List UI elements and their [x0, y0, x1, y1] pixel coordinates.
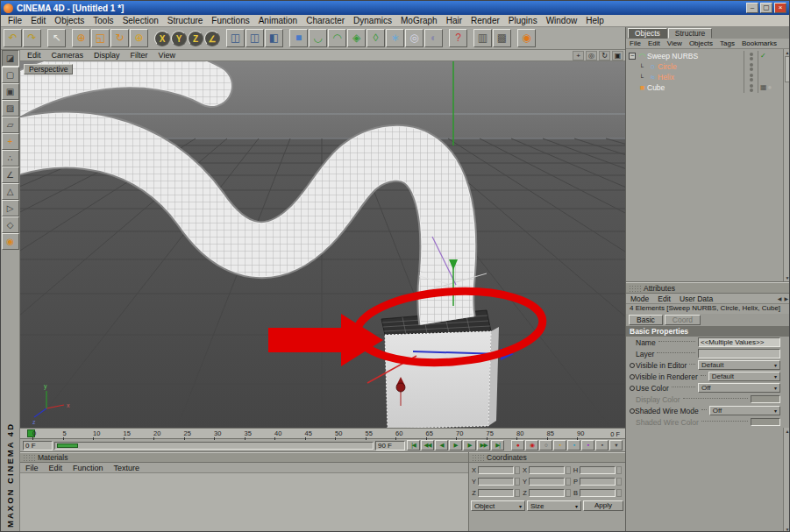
viewport-menu-display[interactable]: Display [89, 51, 125, 60]
viewport-menu-view[interactable]: View [153, 51, 181, 60]
texture-axis-mode-icon[interactable]: ▣ [2, 83, 19, 100]
add-modeling-object-icon[interactable]: ◈ [347, 29, 366, 47]
scroll-down-icon[interactable]: ▼ [786, 526, 790, 532]
scrollbar-thumb[interactable] [785, 56, 790, 82]
materials-menu-file[interactable]: File [20, 464, 44, 472]
attributes-scrollbar[interactable]: ▲ ▼ [783, 428, 790, 532]
end-frame-field[interactable]: 90 F [375, 441, 405, 450]
scroll-up-icon[interactable]: ▲ [786, 428, 790, 435]
rotate-view-icon[interactable]: ↻ [599, 51, 610, 60]
redo-icon[interactable]: ↷ [23, 29, 41, 47]
next-key-button[interactable]: ▶▶ [477, 440, 490, 450]
stepper-icon[interactable] [515, 478, 520, 486]
start-frame-field[interactable]: 0 F [23, 441, 53, 450]
menu-mograph[interactable]: MoGraph [396, 16, 442, 25]
add-primitive-icon[interactable]: ■ [289, 29, 308, 47]
history-back-icon[interactable]: ◀ [778, 295, 782, 301]
menu-help[interactable]: Help [581, 16, 609, 25]
tab-structure[interactable]: Structure [668, 28, 713, 39]
stepper-icon[interactable] [515, 466, 520, 474]
object-menu-edit[interactable]: Edit [644, 39, 664, 47]
add-camera-light-icon[interactable]: ◐ [424, 29, 443, 47]
menu-selection[interactable]: Selection [118, 16, 163, 25]
selection-filter-icon[interactable]: ▥ [473, 29, 492, 47]
playback-options-button[interactable]: ▾ [609, 440, 623, 450]
stepper-icon[interactable] [616, 489, 622, 497]
render-settings-icon[interactable]: ◧ [265, 29, 283, 47]
coordinates-title-bar[interactable]: Coordinates [469, 452, 625, 463]
coord-field-position-x[interactable] [478, 466, 514, 474]
coord-field-size-x[interactable] [529, 466, 565, 474]
texture-tag-icon[interactable]: ▦ [760, 83, 767, 92]
viewport-canvas[interactable]: x y z [20, 61, 625, 428]
materials-title-bar[interactable]: Materials [20, 452, 468, 463]
object-menu-tags[interactable]: Tags [716, 39, 738, 47]
coord-field-size-z[interactable] [529, 489, 565, 497]
stepper-icon[interactable] [566, 489, 571, 497]
title-bar[interactable]: CINEMA 4D - [Untitled 1 *] –▢× [1, 1, 789, 15]
live-selection-icon[interactable]: ↖ [47, 29, 66, 47]
menu-window[interactable]: Window [542, 16, 582, 25]
goto-end-button[interactable]: ▶| [491, 440, 504, 450]
expander-icon[interactable]: − [629, 53, 636, 60]
enabled-check-icon[interactable]: ✓ [760, 52, 766, 60]
stepper-icon[interactable] [515, 489, 520, 497]
stepper-icon[interactable] [566, 466, 571, 474]
autokeying-button[interactable]: ◉ [525, 440, 538, 450]
attr-menu-user-data[interactable]: User Data [675, 294, 717, 303]
record-keyframe-button[interactable]: ● [511, 440, 524, 450]
goto-start-button[interactable]: |◀ [407, 440, 420, 450]
menu-structure[interactable]: Structure [163, 16, 208, 25]
next-frame-button[interactable]: ▶ [463, 440, 476, 450]
object-menu-view[interactable]: View [664, 39, 686, 47]
object-axis-mode-icon[interactable]: + [2, 133, 19, 150]
attr-layer-box[interactable] [698, 349, 780, 358]
record-position-button[interactable]: ▪ [553, 440, 566, 450]
render-visibility-dot[interactable] [750, 67, 753, 71]
scroll-down-icon[interactable]: ▼ [786, 274, 790, 281]
menu-hair[interactable]: Hair [442, 16, 466, 25]
apply-button[interactable]: Apply [583, 500, 623, 511]
keyframe-selection-button[interactable]: ○ [539, 440, 552, 450]
viewport-menu-filter[interactable]: Filter [125, 51, 153, 60]
scale-tool-icon[interactable]: ◱ [91, 29, 110, 47]
edges-mode-icon[interactable]: ∠ [2, 167, 19, 183]
object-tree[interactable]: −◠Sweep NURBS✓└○Circle└≈Helix■Cube▦● ▲ ▼ [626, 49, 790, 282]
move-tool-icon[interactable]: ⊕ [72, 29, 90, 47]
timeline-ruler[interactable]: 0 F 051015202530354045505560657075808590 [20, 428, 625, 439]
workplane-mode-icon[interactable]: ▱ [2, 117, 19, 133]
viewport-menu-edit[interactable]: Edit [22, 51, 46, 60]
attr-menu-mode[interactable]: Mode [626, 294, 653, 303]
animation-mode-icon[interactable]: ▷ [2, 200, 19, 216]
coordinate-size-dropdown[interactable]: Size▾ [527, 500, 581, 511]
add-scene-object-icon[interactable]: ◎ [405, 29, 423, 47]
minimize-button-icon[interactable]: – [746, 3, 758, 13]
lock-x-axis-icon[interactable]: X [154, 31, 170, 46]
menu-character[interactable]: Character [302, 16, 349, 25]
viewport-solo-mode-icon[interactable]: ◇ [2, 216, 19, 233]
render-active-objects-icon[interactable]: ◫ [246, 29, 264, 47]
scroll-up-icon[interactable]: ▲ [786, 49, 790, 56]
menu-objects[interactable]: Objects [50, 16, 89, 25]
attr-color-swatch-shaded-wire-color[interactable] [751, 418, 780, 426]
coord-field-size-y[interactable] [529, 478, 565, 486]
menu-plugins[interactable]: Plugins [504, 16, 542, 25]
viewport-label[interactable]: Perspective [24, 64, 73, 74]
stepper-icon[interactable] [566, 478, 571, 486]
add-particles-icon[interactable]: ∗ [386, 29, 404, 47]
rotate-tool-icon[interactable]: ↻ [110, 29, 129, 47]
attr-menu-edit[interactable]: Edit [653, 294, 675, 303]
stepper-icon[interactable] [616, 478, 622, 486]
attributes-title-bar[interactable]: Attributes [626, 282, 790, 294]
render-visibility-dot[interactable] [750, 89, 753, 92]
menu-edit[interactable]: Edit [26, 16, 50, 25]
visibility-dots[interactable] [744, 82, 758, 93]
previous-key-button[interactable]: ◀◀ [421, 440, 434, 450]
phong-tag-icon[interactable]: ● [768, 83, 772, 92]
undo-icon[interactable]: ↶ [4, 29, 22, 47]
record-scale-button[interactable]: ▪ [567, 440, 580, 450]
visibility-dots[interactable] [744, 51, 758, 61]
maximize-button-icon[interactable]: ▢ [760, 3, 772, 13]
object-tree-scrollbar[interactable]: ▲ ▼ [783, 49, 790, 281]
polygons-mode-icon[interactable]: △ [2, 183, 19, 200]
